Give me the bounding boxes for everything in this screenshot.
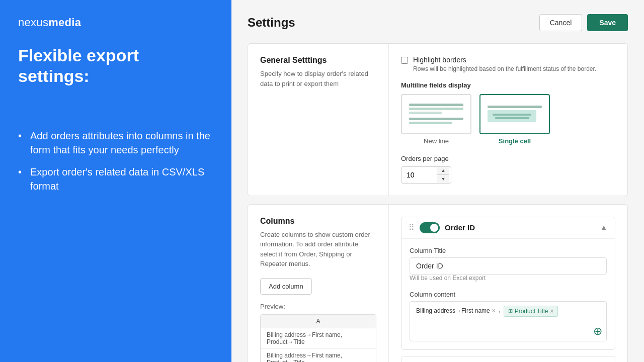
display-option-new-line[interactable]: New line <box>401 94 471 145</box>
tag-grid-icon: ⊞ <box>508 308 513 314</box>
brand-logo: nexusmedia <box>18 16 213 29</box>
orders-per-page-input-group[interactable]: ▲ ▼ <box>401 166 451 184</box>
column-title-section: Column Title Will be used on Excel expor… <box>410 247 607 285</box>
highlight-borders-checkbox[interactable] <box>401 57 408 64</box>
highlight-borders-row: Highlight borders Rows will be highlight… <box>401 56 615 73</box>
drag-handle-order-id[interactable]: ⠿ <box>409 223 415 232</box>
tag-billing-text: Billing address→First name <box>416 307 490 314</box>
general-settings-right: Highlight borders Rows will be highlight… <box>389 44 627 196</box>
right-panel: Settings Cancel Save General Setttings S… <box>231 0 644 362</box>
columns-title: Columns <box>260 217 376 226</box>
tag-billing-remove[interactable]: × <box>492 307 496 314</box>
general-settings-card: General Setttings Specify how to display… <box>248 43 628 196</box>
single-cell-card <box>479 94 550 134</box>
collapse-order-id-button[interactable]: ▲ <box>600 223 608 232</box>
cancel-button[interactable]: Cancel <box>539 14 583 31</box>
feature-item-1: Add orders attributes into columns in th… <box>18 129 213 157</box>
feature-item-2: Export order's related data in CSV/XLS f… <box>18 165 213 193</box>
preview-row-1: Billing address→First name, Product→Titl… <box>261 328 376 349</box>
add-content-button[interactable]: ⊕ <box>593 326 602 337</box>
preview-label: Preview: <box>260 303 376 310</box>
preview-table: A Billing address→First name, Product→Ti… <box>260 314 376 362</box>
add-column-button[interactable]: Add column <box>260 278 312 295</box>
column-item-shipping: ⠿ Shipping address <box>401 356 615 362</box>
tag-product-remove[interactable]: × <box>550 308 553 315</box>
columns-desc: Create columns to show custom order info… <box>260 230 376 269</box>
column-title-label: Column Title <box>410 247 607 254</box>
general-settings-title: General Setttings <box>260 56 376 65</box>
columns-right: ⠿ Order ID ▲ Column Title <box>389 205 627 362</box>
page-title: Settings <box>248 16 295 30</box>
general-settings-desc: Specify how to display order's related d… <box>260 69 376 88</box>
headline: Flexible export settings: <box>18 45 213 86</box>
general-settings-left: General Setttings Specify how to display… <box>248 44 389 196</box>
header-buttons: Cancel Save <box>539 14 628 31</box>
highlight-borders-label: Highlight borders <box>413 56 596 64</box>
page-header: Settings Cancel Save <box>248 14 628 31</box>
column-content-section: Column content Billing address→First nam… <box>410 291 607 341</box>
column-shipping-header: ⠿ Shipping address <box>401 356 615 362</box>
tag-billing-address: Billing address→First name × <box>416 306 496 316</box>
highlight-borders-labels: Highlight borders Rows will be highlight… <box>413 56 596 73</box>
new-line-card <box>401 94 471 134</box>
brand-suffix: media <box>48 16 81 29</box>
display-options: New line <box>401 94 615 145</box>
brand-prefix: nexus <box>18 16 48 29</box>
column-order-id-name: Order ID <box>445 223 595 232</box>
column-order-id-body: Column Title Will be used on Excel expor… <box>401 238 615 349</box>
save-button[interactable]: Save <box>587 14 628 31</box>
tag-product-title: ⊞ Product Title × <box>504 306 558 317</box>
column-item-order-id: ⠿ Order ID ▲ Column Title <box>401 217 615 350</box>
orders-per-page-input[interactable] <box>401 168 437 182</box>
column-content-field[interactable]: Billing address→First name × , ⊞ Product… <box>410 301 607 341</box>
number-spin: ▲ ▼ <box>437 167 449 183</box>
spin-down-button[interactable]: ▼ <box>437 175 449 183</box>
column-order-id-header: ⠿ Order ID ▲ <box>401 217 615 238</box>
columns-left: Columns Create columns to show custom or… <box>248 205 389 362</box>
single-cell-label: Single cell <box>499 137 531 145</box>
column-title-input[interactable] <box>410 257 607 275</box>
orders-per-page-label: Orders per page <box>401 155 615 162</box>
multiline-label: Multiline fields display <box>401 81 615 89</box>
toggle-order-id[interactable] <box>420 222 440 233</box>
feature-list: Add orders attributes into columns in th… <box>18 129 213 193</box>
tag-comma: , <box>499 306 501 314</box>
new-line-label: New line <box>424 137 449 145</box>
display-option-single-cell[interactable]: Single cell <box>479 94 550 145</box>
tag-product-text: Product Title <box>515 308 548 315</box>
preview-row-2: Billing address→First name, Product→Titl… <box>261 349 376 362</box>
columns-card: Columns Create columns to show custom or… <box>248 204 628 362</box>
spin-up-button[interactable]: ▲ <box>437 167 449 175</box>
preview-header: A <box>261 315 376 328</box>
column-content-label: Column content <box>410 291 607 298</box>
highlight-borders-sublabel: Rows will be highlighted based on the fu… <box>413 65 596 73</box>
columns-list: ⠿ Order ID ▲ Column Title <box>401 217 615 362</box>
left-panel: nexusmedia Flexible export settings: Add… <box>0 0 231 362</box>
column-title-hint: Will be used on Excel export <box>410 275 607 282</box>
